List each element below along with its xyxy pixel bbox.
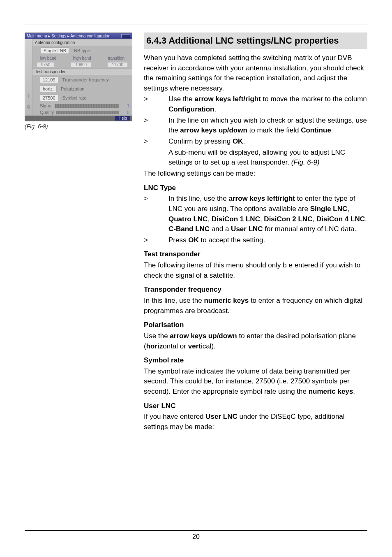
kw-ok: OK [233, 137, 243, 145]
band-low-label: low band [40, 56, 56, 60]
figure-caption: (Fig. 6-9) [25, 123, 136, 130]
tt-paragraph: The following items of this menu should … [144, 260, 367, 281]
h-transponder-frequency: Transponder frequency [144, 285, 367, 295]
transponder-freq-label: Transponder frequency [62, 77, 109, 82]
text: . [353, 388, 355, 395]
band-headers: low band high band transition [32, 55, 132, 61]
text: ical). [201, 342, 216, 350]
section-heading: 6.4.3 Additional LNC settings/LNC proper… [144, 32, 367, 49]
signal-value: 1 [121, 103, 129, 108]
device-titlebar: Main menu ▸ Settings ▸ Antenna configura… [25, 33, 132, 39]
dish-icon-2: ໑ [27, 103, 30, 110]
page-footer: 20 [25, 530, 367, 541]
lnc-step-2-body: Press OK to accept the setting. [168, 235, 367, 246]
text: . [214, 105, 216, 113]
text: for manual entry of LNC data. [263, 225, 357, 233]
quality-bar [56, 111, 119, 114]
dish-icon: ⟟ [28, 92, 30, 99]
step-marker: > [144, 235, 168, 246]
signal-label: Signal [40, 103, 53, 108]
breadcrumb: Main menu ▸ Settings ▸ Antenna configura… [27, 34, 110, 38]
lnc-step-1-body: In this line, use the arrow keys left/ri… [168, 194, 367, 234]
text: . [243, 137, 245, 145]
band-high-value[interactable]: 10600 [71, 62, 91, 67]
text: Confirm by pressing [168, 137, 233, 145]
kw-disicon4: DisiCon 4 LNC [316, 215, 365, 223]
page: Main menu ▸ Settings ▸ Antenna configura… [0, 0, 392, 557]
columns: Main menu ▸ Settings ▸ Antenna configura… [25, 32, 367, 433]
step-marker: > [144, 116, 168, 136]
band-low-value[interactable]: 9750 [37, 62, 55, 67]
kw-cband: C-Band LNC [168, 225, 210, 233]
text: to move the marker to the column [261, 95, 367, 103]
text: In this line, use the [168, 195, 228, 202]
step-1-body: Use the arrow keys left/right to move th… [168, 94, 367, 114]
step-marker: > [144, 137, 168, 147]
band-values: 9750 10600 11700 [32, 61, 132, 68]
text: ontal or [163, 342, 188, 350]
row-transponder-freq: 12109 Transponder frequency [32, 75, 132, 84]
signal-bar [55, 104, 119, 108]
lnc-step-1: > In this line, use the arrow keys left/… [144, 194, 367, 234]
quality-value: 0 [121, 110, 129, 115]
kw-user-lnc: User LNC [231, 225, 263, 233]
kw-arrow-ud: arrow keys up/down [170, 332, 237, 340]
step-1: > Use the arrow keys left/right to move … [144, 94, 367, 114]
text: , [312, 215, 316, 223]
page-number: 20 [25, 533, 367, 541]
left-column: Main menu ▸ Settings ▸ Antenna configura… [25, 32, 136, 433]
h-user-lnc: User LNC [144, 401, 367, 411]
symbol-rate-label: Symbol rate [62, 95, 87, 100]
step-3-body: Confirm by pressing OK. [168, 137, 367, 147]
text: , [365, 215, 367, 223]
pol-paragraph: Use the arrow keys up/down to enter the … [144, 331, 367, 351]
device-side-art: ⟟ ໑ [25, 39, 32, 116]
symbol-rate-value[interactable]: 27500 [40, 95, 58, 101]
band-transition-value[interactable]: 11700 [107, 62, 128, 67]
fig-ref: (Fig. 6-9) [291, 158, 320, 166]
following-line: The following settings can be made: [144, 169, 367, 179]
section-antenna: Antenna configuration [32, 39, 132, 46]
step-marker: > [144, 94, 168, 114]
polarization-value[interactable]: horiz. [40, 86, 57, 92]
step-marker: > [144, 194, 168, 234]
text: Use the [168, 95, 194, 103]
kw-numeric-keys: numeric keys [309, 388, 353, 395]
rule-bottom [25, 530, 367, 531]
text: , [347, 205, 349, 213]
row-polarization: horiz. Polarization [32, 84, 132, 93]
kw-continue: Continue [301, 126, 331, 134]
kw-configuration: Configuration [168, 105, 214, 113]
text: and a [210, 225, 231, 233]
polarization-label: Polarization [61, 86, 84, 91]
kw-single-lnc: Single LNC [310, 205, 348, 213]
lnb-type-value[interactable]: Single LNB [41, 47, 69, 54]
kw-horiz: horiz [146, 342, 163, 350]
titlebar-badge [121, 34, 130, 38]
device-screenshot: Main menu ▸ Settings ▸ Antenna configura… [25, 32, 132, 121]
text: , [208, 215, 211, 223]
text: , [260, 215, 264, 223]
row-lnb-type: Single LNB LNB type [32, 46, 132, 55]
right-column: 6.4.3 Additional LNC settings/LNC proper… [144, 32, 367, 433]
rule-top [25, 25, 367, 25]
kw-arrow-lr: arrow keys left/right [194, 95, 261, 103]
sr-paragraph: The symbol rate indicates the volume of … [144, 367, 367, 397]
device-body-wrap: ⟟ ໑ Antenna configuration Single LNB LNB… [25, 39, 132, 116]
kw-vert: vert [188, 342, 201, 350]
kw-arrow-lr: arrow keys left/right [228, 195, 295, 202]
text: Use the [144, 332, 170, 340]
help-button[interactable]: Help [115, 116, 130, 121]
transponder-freq-value[interactable]: 12109 [40, 77, 58, 83]
text: In this line, use the [144, 297, 204, 304]
section-test-transponder: Test transponder [32, 68, 132, 75]
step-2-body: In the line on which you wish to check o… [168, 116, 367, 136]
text: to accept the setting. [199, 236, 265, 244]
step-3: > Confirm by pressing OK. [144, 137, 367, 147]
h-lnc-type: LNC Type [144, 183, 367, 193]
step-3-sub: A sub-menu will be displayed, allowing y… [144, 148, 367, 168]
device-main: Antenna configuration Single LNB LNB typ… [32, 39, 132, 116]
lnb-type-label: LNB type [71, 48, 90, 53]
h-polarisation: Polarisation [144, 320, 367, 330]
intro-paragraph: When you have completed setting the swit… [144, 53, 367, 94]
